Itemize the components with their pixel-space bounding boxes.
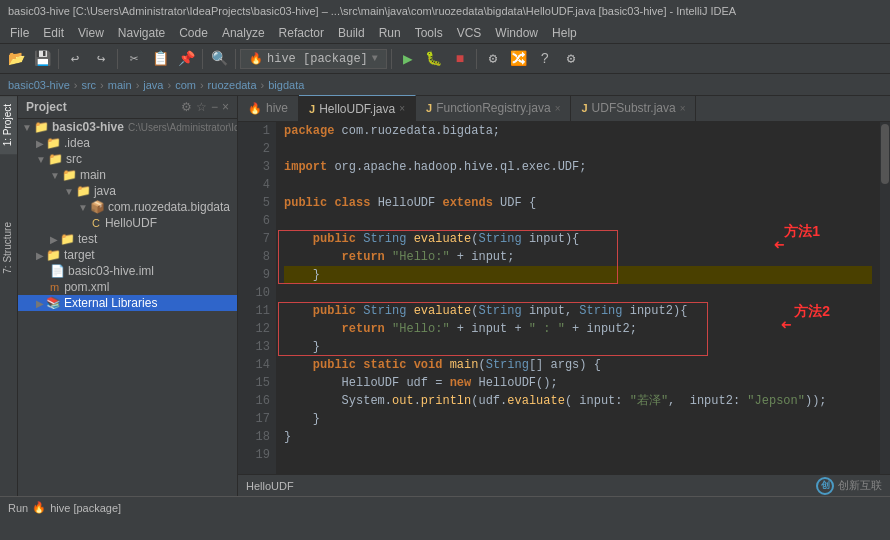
ln-6: 6 (238, 212, 270, 230)
breadcrumb-com[interactable]: com (175, 79, 196, 91)
code-line-10 (284, 284, 872, 302)
tree-iml[interactable]: 📄 basic03-hive.iml (18, 263, 237, 279)
panel-close-icon[interactable]: × (222, 100, 229, 114)
menu-view[interactable]: View (72, 24, 110, 42)
menu-refactor[interactable]: Refactor (273, 24, 330, 42)
tree-main[interactable]: ▼ 📁 main (18, 167, 237, 183)
menu-file[interactable]: File (4, 24, 35, 42)
ln-3: 3 (238, 158, 270, 176)
ln-15: 15 (238, 374, 270, 392)
toolbar-copy-btn[interactable]: 📋 (148, 47, 172, 71)
code-line-16: System.out.println(udf.evaluate( input: … (284, 392, 872, 410)
scrollbar-thumb[interactable] (881, 124, 889, 184)
ln-5: 5 (238, 194, 270, 212)
menu-edit[interactable]: Edit (37, 24, 70, 42)
run-bar-fire-icon: 🔥 (32, 501, 46, 514)
tab-hive[interactable]: 🔥 hive (238, 95, 299, 121)
test-folder-icon: 📁 (60, 232, 75, 246)
ln-18: 18 (238, 428, 270, 446)
breadcrumb-ruozedata[interactable]: ruozedata (208, 79, 257, 91)
breadcrumb-src[interactable]: src (81, 79, 96, 91)
status-class-name: HelloUDF (246, 480, 294, 492)
tree-pom[interactable]: m pom.xml (18, 279, 237, 295)
toolbar-open-btn[interactable]: 📂 (4, 47, 28, 71)
panel-title: Project (26, 100, 67, 114)
main-layout: 1: Project 7: Structure Project ⚙ ☆ − × … (0, 96, 890, 496)
code-editor: 1 2 3 4 5 6 7 8 9 10 11 12 13 14 15 16 1… (238, 122, 890, 474)
side-tab-project[interactable]: 1: Project (0, 96, 17, 154)
breadcrumb-main[interactable]: main (108, 79, 132, 91)
toolbar: 📂 💾 ↩ ↪ ✂ 📋 📌 🔍 🔥 hive [package] ▼ ▶ 🐛 ■… (0, 44, 890, 74)
toolbar-sep4 (235, 49, 236, 69)
tree-idea[interactable]: ▶ 📁 .idea (18, 135, 237, 151)
code-line-18: } (284, 428, 872, 446)
tree-target[interactable]: ▶ 📁 target (18, 247, 237, 263)
tab-functionregistry-label: FunctionRegistry.java (436, 101, 551, 115)
menu-code[interactable]: Code (173, 24, 214, 42)
run-bar: Run 🔥 hive [package] (0, 496, 890, 518)
toolbar-more-btn[interactable]: ⚙ (559, 47, 583, 71)
tab-close-1[interactable]: × (399, 103, 405, 114)
tree-src[interactable]: ▼ 📁 src (18, 151, 237, 167)
logo-icon: 创 (816, 477, 834, 495)
code-line-15: HelloUDF udf = new HelloUDF(); (284, 374, 872, 392)
side-tab-structure[interactable]: 7: Structure (0, 214, 17, 282)
project-tree: ▼ 📁 basic03-hive C:\Users\Administrator\… (18, 119, 237, 496)
tab-functionregistry[interactable]: J FunctionRegistry.java × (416, 95, 571, 121)
menu-analyze[interactable]: Analyze (216, 24, 271, 42)
code-line-14: public static void main(String[] args) { (284, 356, 872, 374)
run-bar-hive-label: hive [package] (50, 502, 121, 514)
tab-close-3[interactable]: × (680, 103, 686, 114)
scrollbar[interactable] (880, 122, 890, 474)
toolbar-undo-btn[interactable]: ↩ (63, 47, 87, 71)
tab-close-2[interactable]: × (555, 103, 561, 114)
method2-label: 方法2 (794, 302, 830, 320)
stop-button[interactable]: ■ (448, 47, 472, 71)
tree-root[interactable]: ▼ 📁 basic03-hive C:\Users\Administrator\… (18, 119, 237, 135)
tree-package[interactable]: ▼ 📦 com.ruozedata.bigdata (18, 199, 237, 215)
menu-tools[interactable]: Tools (409, 24, 449, 42)
ln-11: 11 (238, 302, 270, 320)
toolbar-paste-btn[interactable]: 📌 (174, 47, 198, 71)
tree-java[interactable]: ▼ 📁 java (18, 183, 237, 199)
tree-external-libraries[interactable]: ▶ 📚 External Libraries (18, 295, 237, 311)
panel-settings-icon[interactable]: ⚙ (181, 100, 192, 114)
breadcrumb-bigdata[interactable]: bigdata (268, 79, 304, 91)
code-content[interactable]: ▶ ▶ 方法1 ➜ 方法2 ➜ package com.ruozedata.bi… (276, 122, 880, 474)
panel-icons: ⚙ ☆ − × (181, 100, 229, 114)
menu-run[interactable]: Run (373, 24, 407, 42)
ln-19: 19 (238, 446, 270, 464)
menu-help[interactable]: Help (546, 24, 583, 42)
tab-udfsubstr[interactable]: J UDFSubstr.java × (571, 95, 696, 121)
line-numbers: 1 2 3 4 5 6 7 8 9 10 11 12 13 14 15 16 1… (238, 122, 276, 474)
menu-navigate[interactable]: Navigate (112, 24, 171, 42)
breadcrumb: basic03-hive › src › main › java › com ›… (0, 74, 890, 96)
ln-9: 9 (238, 266, 270, 284)
menu-vcs[interactable]: VCS (451, 24, 488, 42)
ln-8: 8 (238, 248, 270, 266)
toolbar-save-btn[interactable]: 💾 (30, 47, 54, 71)
debug-button[interactable]: 🐛 (422, 47, 446, 71)
toolbar-sep6 (476, 49, 477, 69)
toolbar-help-btn[interactable]: ? (533, 47, 557, 71)
menu-build[interactable]: Build (332, 24, 371, 42)
tab-helloudf[interactable]: J HelloUDF.java × (299, 95, 416, 121)
toolbar-vcs-btn[interactable]: 🔀 (507, 47, 531, 71)
menu-window[interactable]: Window (489, 24, 544, 42)
run-button[interactable]: ▶ (396, 47, 420, 71)
toolbar-settings-btn[interactable]: ⚙ (481, 47, 505, 71)
panel-expand-icon[interactable]: ☆ (196, 100, 207, 114)
tree-helloudf[interactable]: C HelloUDF (18, 215, 237, 231)
title-bar: basic03-hive [C:\Users\Administrator\Ide… (0, 0, 890, 22)
toolbar-sep1 (58, 49, 59, 69)
method1-label: 方法1 (784, 222, 820, 240)
toolbar-redo-btn[interactable]: ↪ (89, 47, 113, 71)
toolbar-search-btn[interactable]: 🔍 (207, 47, 231, 71)
tree-test[interactable]: ▶ 📁 test (18, 231, 237, 247)
breadcrumb-project[interactable]: basic03-hive (8, 79, 70, 91)
panel-collapse-icon[interactable]: − (211, 100, 218, 114)
hive-config-selector[interactable]: 🔥 hive [package] ▼ (240, 49, 387, 69)
ln-16: 16 (238, 392, 270, 410)
toolbar-cut-btn[interactable]: ✂ (122, 47, 146, 71)
breadcrumb-java[interactable]: java (143, 79, 163, 91)
